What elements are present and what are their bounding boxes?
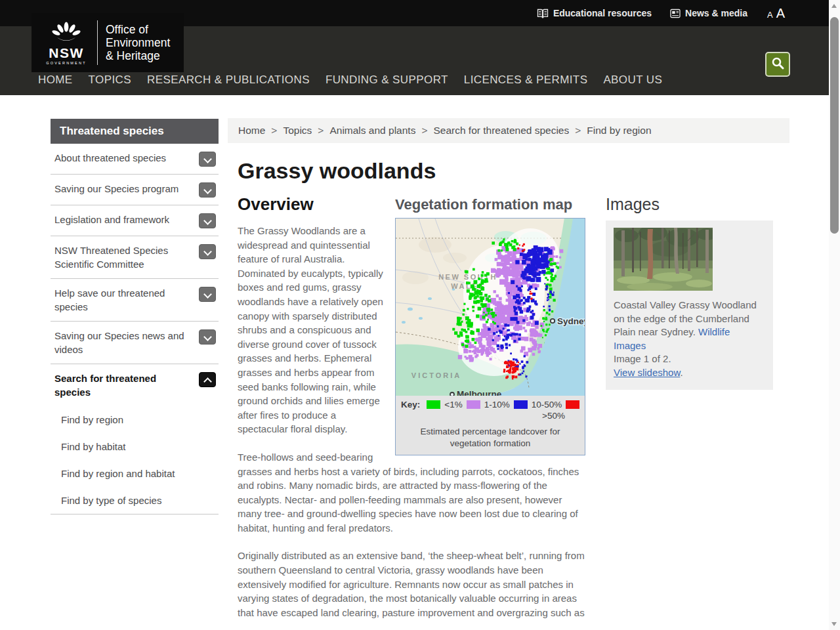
legend-label-lt1: <1%: [444, 400, 462, 410]
news-media-label: News & media: [685, 8, 747, 18]
educational-resources-label: Educational resources: [553, 8, 652, 18]
chevron-down-icon[interactable]: [199, 152, 216, 167]
main-content: Grassy woodlands Vegetation formation ma…: [238, 155, 585, 630]
font-size-controls: A A: [767, 6, 785, 21]
key-label: Key:: [401, 400, 420, 410]
nav-item-home[interactable]: HOME: [38, 74, 73, 87]
breadcrumb-separator: >: [318, 125, 324, 136]
vertical-scrollbar: [829, 0, 840, 630]
page-title: Grassy woodlands: [238, 158, 585, 184]
overview-paragraph-3: Originally distributed as an extensive b…: [238, 549, 585, 620]
nsw-wordmark: NSW: [49, 47, 84, 60]
legend-swatch-green: [427, 400, 440, 409]
sidebar-menu: About threatened species Saving our Spec…: [51, 144, 219, 514]
legend-swatch-blue: [514, 400, 528, 409]
nav-item-research-publications[interactable]: RESEARCH & PUBLICATIONS: [147, 74, 310, 87]
woodland-photo[interactable]: [614, 228, 713, 291]
font-size-decrease[interactable]: A: [767, 10, 773, 20]
scrollbar-thumb[interactable]: [830, 17, 839, 234]
breadcrumb-topics[interactable]: Topics: [283, 125, 312, 136]
chevron-down-icon[interactable]: [199, 329, 216, 345]
map-label-melbourne: Melbourne: [457, 389, 502, 396]
scroll-down-arrow[interactable]: [831, 622, 837, 626]
sidebar-item-legislation-and-framework[interactable]: Legislation and framework: [51, 205, 219, 236]
breadcrumb: Home > Topics > Animals and plants > Sea…: [228, 118, 789, 143]
sidebar-title: Threatened species: [51, 119, 219, 144]
sidebar-item-find-by-habitat[interactable]: Find by habitat: [51, 433, 219, 460]
government-wordmark: GOVERNMENT: [46, 61, 86, 65]
chevron-down-icon[interactable]: [199, 213, 216, 228]
nav-item-about-us[interactable]: ABOUT US: [603, 74, 662, 87]
caption-period: .: [680, 367, 682, 378]
sidebar-item-find-by-region[interactable]: Find by region: [51, 406, 219, 433]
sidebar-item-help-save-species[interactable]: Help save our threatened species: [51, 279, 219, 322]
melbourne-marker: [450, 392, 454, 396]
search-button[interactable]: [765, 52, 790, 77]
agency-name: Office of Environment & Heritage: [106, 23, 170, 62]
map-key-row: Key: <1% 1-10% 10-50%: [401, 400, 579, 410]
nsw-government-mark: NSW GOVERNMENT: [41, 20, 92, 65]
legend-label-10-50: 10-50%: [532, 400, 562, 410]
sidebar-threatened-species: Threatened species About threatened spec…: [51, 119, 219, 514]
map-label-sydney: Sydney: [557, 316, 585, 326]
chevron-down-icon[interactable]: [199, 287, 216, 302]
search-icon: [770, 56, 786, 74]
sidebar-item-find-by-type-of-species[interactable]: Find by type of species: [51, 487, 219, 514]
vegetation-map-figure: NEW SOUTH WALES VICTORIA Sydney Melbourn…: [395, 218, 585, 455]
main-navigation: HOME TOPICS RESEARCH & PUBLICATIONS FUND…: [38, 74, 662, 87]
logo-divider: [97, 20, 98, 65]
breadcrumb-separator: >: [575, 125, 581, 136]
book-icon: [537, 9, 549, 18]
vegetation-map-block: Vegetation formation map: [395, 196, 585, 455]
view-slideshow-link[interactable]: View slideshow: [614, 367, 680, 378]
nav-item-licences-permits[interactable]: LICENCES & PERMITS: [464, 74, 588, 87]
map-key: Key: <1% 1-10% 10-50% >50% Estimated per…: [396, 396, 585, 455]
breadcrumb-current-find-by-region: Find by region: [587, 125, 651, 136]
breadcrumb-home[interactable]: Home: [238, 125, 265, 136]
breadcrumb-separator: >: [271, 125, 277, 136]
sidebar-item-news-and-videos[interactable]: Saving our Species news and videos: [51, 322, 219, 364]
breadcrumb-animals-and-plants[interactable]: Animals and plants: [329, 125, 415, 136]
educational-resources-link[interactable]: Educational resources: [537, 8, 652, 18]
images-section: Images: [606, 195, 773, 390]
images-panel: Coastal Valley Grassy Woodland on the ed…: [606, 220, 773, 390]
overview-paragraph-2: Tree-hollows and seed-bearing grasses an…: [238, 450, 585, 536]
chevron-down-icon[interactable]: [199, 244, 216, 259]
vegetation-map-image: NEW SOUTH WALES VICTORIA Sydney Melbourn…: [396, 219, 585, 396]
breadcrumb-separator: >: [421, 125, 427, 136]
sidebar-item-scientific-committee[interactable]: NSW Threatened Species Scientific Commit…: [51, 236, 219, 279]
legend-swatch-purple: [467, 400, 480, 409]
image-count: Image 1 of 2.: [614, 353, 671, 364]
newspaper-icon: [670, 9, 681, 18]
breadcrumb-search-threatened-species[interactable]: Search for threatened species: [433, 125, 569, 136]
chevron-down-icon[interactable]: [199, 182, 216, 198]
caption-text: Coastal Valley Grassy Woodland on the ed…: [614, 299, 757, 337]
sidebar-item-find-by-region-and-habitat[interactable]: Find by region and habitat: [51, 460, 219, 487]
map-caption: Estimated percentage landcover for veget…: [401, 426, 579, 450]
sidebar-item-about-threatened-species[interactable]: About threatened species: [51, 144, 219, 175]
legend-label-1-10: 1-10%: [484, 400, 510, 410]
oeh-logo[interactable]: NSW GOVERNMENT Office of Environment & H…: [32, 13, 184, 72]
topbar-links: Educational resources News & media A A: [537, 0, 785, 26]
legend-label-gt50: >50%: [401, 411, 579, 421]
images-heading: Images: [606, 195, 773, 214]
nav-item-topics[interactable]: TOPICS: [89, 74, 131, 87]
map-label-victoria: VICTORIA: [411, 371, 461, 379]
chevron-up-icon[interactable]: [199, 372, 216, 387]
photo-caption: Coastal Valley Grassy Woodland on the ed…: [614, 299, 764, 379]
legend-swatch-red: [566, 400, 579, 409]
sidebar-item-saving-our-species-program[interactable]: Saving our Species program: [51, 175, 219, 205]
waratah-icon: [51, 20, 82, 47]
news-media-link[interactable]: News & media: [670, 8, 747, 18]
sydney-marker: [551, 319, 555, 323]
scroll-up-arrow[interactable]: [831, 4, 837, 8]
sidebar-item-search-for-threatened-species[interactable]: Search for threatened species: [51, 364, 219, 406]
font-size-increase[interactable]: A: [776, 6, 785, 21]
nav-item-funding-support[interactable]: FUNDING & SUPPORT: [326, 74, 448, 87]
map-heading: Vegetation formation map: [395, 196, 585, 213]
